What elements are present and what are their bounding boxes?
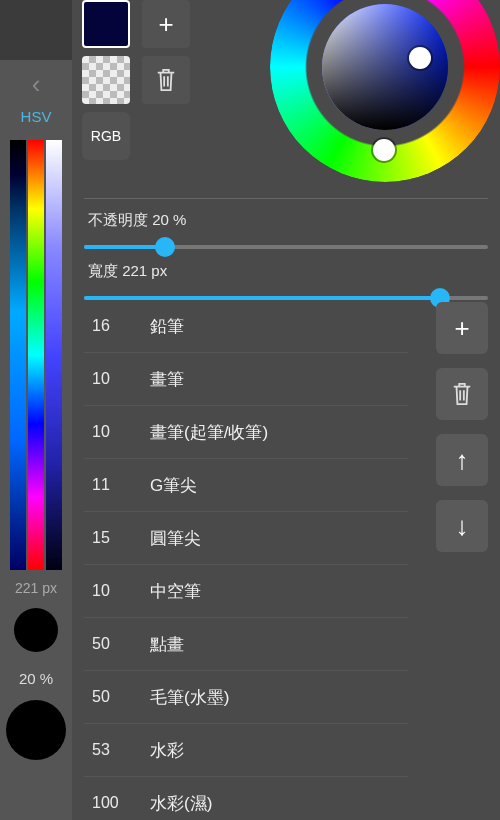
brush-opacity-readout: 20 %	[0, 670, 72, 687]
arrow-down-icon: ↓	[456, 511, 469, 542]
hue-handle[interactable]	[373, 139, 395, 161]
move-brush-down-button[interactable]: ↓	[436, 500, 488, 552]
brush-item-name: 水彩(濕)	[150, 792, 212, 815]
brush-preview-dot	[14, 608, 58, 652]
brush-item-name: 鉛筆	[150, 315, 184, 338]
rgb-mode-button[interactable]: RGB	[82, 112, 130, 160]
move-brush-up-button[interactable]: ↑	[436, 434, 488, 486]
plus-icon: +	[454, 313, 469, 344]
saturation-strip[interactable]	[10, 140, 26, 570]
brush-item-size: 50	[92, 688, 132, 706]
brush-item-name: 毛筆(水墨)	[150, 686, 229, 709]
hue-strip[interactable]	[28, 140, 44, 570]
brush-item-name: G筆尖	[150, 474, 197, 497]
left-sidebar: ‹ HSV 221 px 20 %	[0, 0, 72, 820]
chevron-left-icon: ‹	[32, 69, 41, 100]
delete-swatch-button[interactable]	[142, 56, 190, 104]
plus-icon: +	[158, 9, 173, 40]
brush-item-size: 10	[92, 370, 132, 388]
brush-list-item[interactable]: 10畫筆	[84, 353, 408, 406]
left-topbar	[0, 0, 72, 60]
brush-item-size: 11	[92, 476, 132, 494]
brush-list-item[interactable]: 100水彩(濕)	[84, 777, 408, 820]
swatch-column: +	[82, 0, 202, 104]
sv-handle[interactable]	[409, 47, 431, 69]
brush-action-buttons: + ↑ ↓	[436, 302, 488, 552]
brush-list[interactable]: 16鉛筆10畫筆10畫筆(起筆/收筆)11G筆尖15圓筆尖10中空筆50點畫50…	[84, 300, 408, 820]
app-root: ‹ HSV 221 px 20 % +	[0, 0, 500, 820]
brush-list-item[interactable]: 50毛筆(水墨)	[84, 671, 408, 724]
brush-item-size: 10	[92, 582, 132, 600]
arrow-up-icon: ↑	[456, 445, 469, 476]
lightness-strip[interactable]	[46, 140, 62, 570]
brush-item-size: 50	[92, 635, 132, 653]
opacity-slider[interactable]	[84, 234, 488, 260]
brush-item-size: 53	[92, 741, 132, 759]
brush-item-name: 畫筆(起筆/收筆)	[150, 421, 268, 444]
brush-preview-dot-large	[6, 700, 66, 760]
add-swatch-button[interactable]: +	[142, 0, 190, 48]
brush-item-name: 畫筆	[150, 368, 184, 391]
brush-item-name: 水彩	[150, 739, 184, 762]
brush-item-name: 中空筆	[150, 580, 201, 603]
brush-list-item[interactable]: 16鉛筆	[84, 300, 408, 353]
transparent-swatch[interactable]	[82, 56, 130, 104]
sv-square[interactable]	[322, 4, 448, 130]
brush-settings-panel: + RGB	[72, 0, 500, 820]
brush-item-size: 15	[92, 529, 132, 547]
delete-brush-button[interactable]	[436, 368, 488, 420]
add-brush-button[interactable]: +	[436, 302, 488, 354]
color-mode-label[interactable]: HSV	[0, 108, 72, 136]
brush-item-size: 100	[92, 794, 132, 812]
brush-size-readout: 221 px	[0, 580, 72, 596]
trash-icon	[451, 381, 473, 407]
brush-list-item[interactable]: 15圓筆尖	[84, 512, 408, 565]
trash-icon	[155, 67, 177, 93]
brush-item-name: 點畫	[150, 633, 184, 656]
brush-list-item[interactable]: 50點畫	[84, 618, 408, 671]
width-slider-label: 寬度 221 px	[88, 262, 488, 281]
brush-item-size: 10	[92, 423, 132, 441]
opacity-slider-knob[interactable]	[155, 237, 175, 257]
back-button[interactable]: ‹	[0, 60, 72, 108]
brush-list-item[interactable]: 11G筆尖	[84, 459, 408, 512]
brush-item-name: 圓筆尖	[150, 527, 201, 550]
foreground-swatch[interactable]	[82, 0, 130, 48]
brush-item-size: 16	[92, 317, 132, 335]
hue-strip-group[interactable]	[10, 140, 62, 570]
opacity-slider-label: 不透明度 20 %	[88, 211, 488, 230]
brush-list-item[interactable]: 53水彩	[84, 724, 408, 777]
brush-list-item[interactable]: 10畫筆(起筆/收筆)	[84, 406, 408, 459]
color-wheel[interactable]	[270, 0, 500, 182]
slider-group: 不透明度 20 % 寬度 221 px	[84, 198, 488, 311]
brush-list-item[interactable]: 10中空筆	[84, 565, 408, 618]
divider	[84, 198, 488, 199]
